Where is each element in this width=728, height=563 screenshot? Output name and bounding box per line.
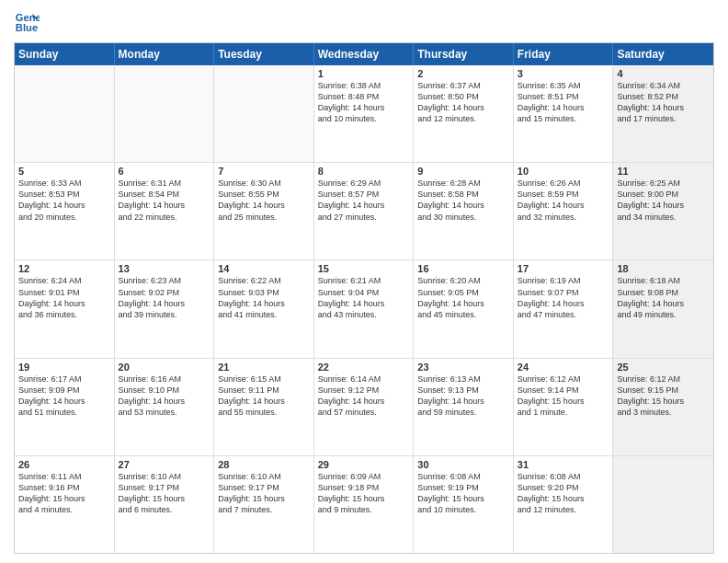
calendar-cell: 7Sunrise: 6:30 AMSunset: 8:55 PMDaylight… [214,163,314,259]
day-number: 30 [417,459,509,470]
calendar-cell: 15Sunrise: 6:21 AMSunset: 9:04 PMDayligh… [314,260,415,357]
day-info: Sunrise: 6:21 AMSunset: 9:04 PMDaylight:… [318,275,410,320]
day-info: Sunrise: 6:10 AMSunset: 9:17 PMDaylight:… [119,471,210,516]
calendar-cell: 3Sunrise: 6:35 AMSunset: 8:51 PMDaylight… [514,65,614,162]
calendar-cell: 23Sunrise: 6:13 AMSunset: 9:13 PMDayligh… [414,359,514,455]
day-number: 25 [617,362,710,373]
calendar: SundayMondayTuesdayWednesdayThursdayFrid… [14,42,714,554]
calendar-week-3: 12Sunrise: 6:24 AMSunset: 9:01 PMDayligh… [15,260,713,358]
header-day-sunday: Sunday [15,43,115,65]
day-info: Sunrise: 6:08 AMSunset: 9:20 PMDaylight:… [518,471,609,516]
calendar-cell: 29Sunrise: 6:09 AMSunset: 9:18 PMDayligh… [314,456,415,553]
calendar-cell: 18Sunrise: 6:18 AMSunset: 9:08 PMDayligh… [613,260,713,357]
day-number: 20 [119,362,210,373]
calendar-cell: 16Sunrise: 6:20 AMSunset: 9:05 PMDayligh… [414,260,514,357]
calendar-week-2: 5Sunrise: 6:33 AMSunset: 8:53 PMDaylight… [15,163,713,260]
header-day-wednesday: Wednesday [314,43,415,65]
calendar-header: SundayMondayTuesdayWednesdayThursdayFrid… [15,43,713,65]
logo: General Blue [14,9,41,35]
day-info: Sunrise: 6:12 AMSunset: 9:14 PMDaylight:… [518,373,609,419]
day-number: 3 [518,68,609,79]
calendar-cell: 21Sunrise: 6:15 AMSunset: 9:11 PMDayligh… [214,359,314,455]
day-info: Sunrise: 6:26 AMSunset: 8:59 PMDaylight:… [518,178,609,223]
day-number: 4 [617,68,710,79]
calendar-week-1: 1Sunrise: 6:38 AMSunset: 8:48 PMDaylight… [15,65,713,163]
day-info: Sunrise: 6:33 AMSunset: 8:53 PMDaylight:… [18,178,110,223]
day-info: Sunrise: 6:37 AMSunset: 8:50 PMDaylight:… [417,80,509,125]
day-info: Sunrise: 6:23 AMSunset: 9:02 PMDaylight:… [119,275,210,320]
day-info: Sunrise: 6:09 AMSunset: 9:18 PMDaylight:… [318,471,410,516]
calendar-cell: 24Sunrise: 6:12 AMSunset: 9:14 PMDayligh… [514,359,614,455]
day-info: Sunrise: 6:22 AMSunset: 9:03 PMDaylight:… [218,275,310,320]
day-number: 8 [318,166,410,177]
day-number: 18 [617,263,710,274]
calendar-cell [613,456,713,553]
calendar-cell: 9Sunrise: 6:28 AMSunset: 8:58 PMDaylight… [414,163,514,259]
day-info: Sunrise: 6:14 AMSunset: 9:12 PMDaylight:… [318,373,410,419]
calendar-cell: 17Sunrise: 6:19 AMSunset: 9:07 PMDayligh… [514,260,614,357]
day-info: Sunrise: 6:16 AMSunset: 9:10 PMDaylight:… [119,373,210,419]
day-info: Sunrise: 6:20 AMSunset: 9:05 PMDaylight:… [417,275,509,320]
day-info: Sunrise: 6:13 AMSunset: 9:13 PMDaylight:… [417,373,509,419]
day-number: 7 [218,166,310,177]
calendar-cell: 28Sunrise: 6:10 AMSunset: 9:17 PMDayligh… [214,456,314,553]
day-info: Sunrise: 6:34 AMSunset: 8:52 PMDaylight:… [617,80,710,125]
header-day-saturday: Saturday [613,43,713,65]
calendar-cell: 6Sunrise: 6:31 AMSunset: 8:54 PMDaylight… [115,163,215,259]
day-number: 2 [417,68,509,79]
calendar-cell [115,65,215,162]
calendar-cell: 25Sunrise: 6:12 AMSunset: 9:15 PMDayligh… [613,359,713,455]
day-number: 28 [218,459,310,470]
day-info: Sunrise: 6:08 AMSunset: 9:19 PMDaylight:… [417,471,509,516]
calendar-cell [214,65,314,162]
svg-text:Blue: Blue [16,22,38,33]
day-info: Sunrise: 6:11 AMSunset: 9:16 PMDaylight:… [18,471,110,516]
day-number: 1 [318,68,410,79]
calendar-cell: 10Sunrise: 6:26 AMSunset: 8:59 PMDayligh… [514,163,614,259]
day-number: 23 [417,362,509,373]
day-number: 16 [417,263,509,274]
calendar-cell: 14Sunrise: 6:22 AMSunset: 9:03 PMDayligh… [214,260,314,357]
logo-icon: General Blue [14,9,40,35]
calendar-week-4: 19Sunrise: 6:17 AMSunset: 9:09 PMDayligh… [15,359,713,456]
day-number: 22 [318,362,410,373]
header-day-friday: Friday [514,43,614,65]
calendar-cell: 27Sunrise: 6:10 AMSunset: 9:17 PMDayligh… [115,456,215,553]
calendar-cell [15,65,115,162]
calendar-body: 1Sunrise: 6:38 AMSunset: 8:48 PMDaylight… [15,65,713,553]
day-info: Sunrise: 6:29 AMSunset: 8:57 PMDaylight:… [318,178,410,223]
calendar-cell: 22Sunrise: 6:14 AMSunset: 9:12 PMDayligh… [314,359,415,455]
day-number: 5 [18,166,110,177]
calendar-cell: 20Sunrise: 6:16 AMSunset: 9:10 PMDayligh… [115,359,215,455]
day-number: 12 [18,263,110,274]
page-header: General Blue [14,9,714,35]
calendar-cell: 19Sunrise: 6:17 AMSunset: 9:09 PMDayligh… [15,359,115,455]
day-info: Sunrise: 6:19 AMSunset: 9:07 PMDaylight:… [518,275,609,320]
day-number: 19 [18,362,110,373]
calendar-cell: 5Sunrise: 6:33 AMSunset: 8:53 PMDaylight… [15,163,115,259]
day-info: Sunrise: 6:28 AMSunset: 8:58 PMDaylight:… [417,178,509,223]
calendar-cell: 26Sunrise: 6:11 AMSunset: 9:16 PMDayligh… [15,456,115,553]
day-number: 9 [417,166,509,177]
calendar-cell: 2Sunrise: 6:37 AMSunset: 8:50 PMDaylight… [414,65,514,162]
day-number: 29 [318,459,410,470]
day-info: Sunrise: 6:38 AMSunset: 8:48 PMDaylight:… [318,80,410,125]
day-info: Sunrise: 6:18 AMSunset: 9:08 PMDaylight:… [617,275,710,320]
day-number: 24 [518,362,609,373]
day-number: 17 [518,263,609,274]
day-number: 10 [518,166,609,177]
day-number: 13 [119,263,210,274]
header-day-tuesday: Tuesday [214,43,314,65]
day-number: 27 [119,459,210,470]
day-info: Sunrise: 6:17 AMSunset: 9:09 PMDaylight:… [18,373,110,419]
day-info: Sunrise: 6:25 AMSunset: 9:00 PMDaylight:… [617,178,710,223]
calendar-cell: 8Sunrise: 6:29 AMSunset: 8:57 PMDaylight… [314,163,415,259]
day-number: 14 [218,263,310,274]
day-info: Sunrise: 6:24 AMSunset: 9:01 PMDaylight:… [18,275,110,320]
calendar-cell: 12Sunrise: 6:24 AMSunset: 9:01 PMDayligh… [15,260,115,357]
header-day-thursday: Thursday [414,43,514,65]
calendar-cell: 4Sunrise: 6:34 AMSunset: 8:52 PMDaylight… [613,65,713,162]
calendar-cell: 1Sunrise: 6:38 AMSunset: 8:48 PMDaylight… [314,65,415,162]
day-info: Sunrise: 6:12 AMSunset: 9:15 PMDaylight:… [617,373,710,419]
calendar-week-5: 26Sunrise: 6:11 AMSunset: 9:16 PMDayligh… [15,456,713,553]
